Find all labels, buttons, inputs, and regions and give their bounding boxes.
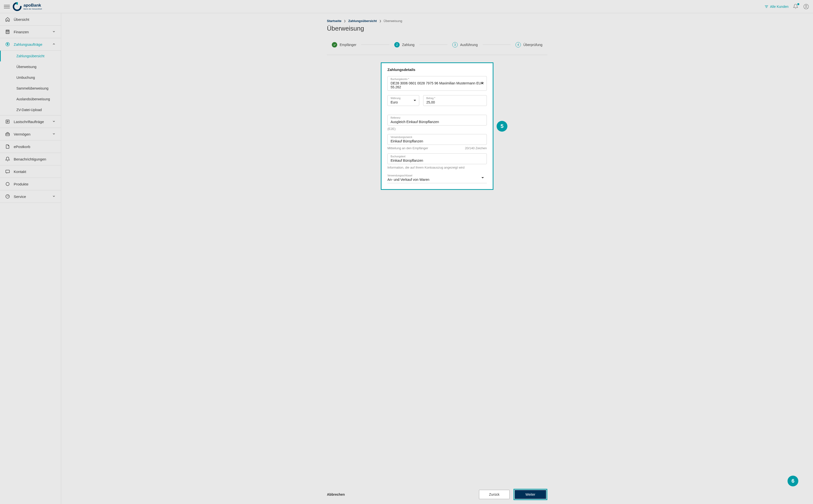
purpose-input[interactable] <box>391 139 484 144</box>
step-circle-done <box>332 42 337 47</box>
callout-badge-6: 6 <box>788 476 798 486</box>
notification-badge <box>797 3 799 5</box>
purpose-helper: Mitteilung an den Empfänger 20/140 Zeich… <box>387 146 487 150</box>
currency-select[interactable]: Währung Euro <box>387 95 419 106</box>
nav-service[interactable]: Service <box>0 190 61 203</box>
sub-foreign-transfer[interactable]: Auslandsüberweisung <box>0 94 61 104</box>
step-label: Zahlung <box>402 43 415 47</box>
header: apoBank Bank der Gesundheit Alle Kunden <box>0 0 813 13</box>
nav-notifications[interactable]: Benachrichtigungen <box>0 153 61 165</box>
logo-name: apoBank <box>23 3 42 8</box>
menu-toggle[interactable] <box>4 4 10 10</box>
gauge-icon <box>5 194 10 199</box>
chevron-right-icon: ❯ <box>379 20 381 22</box>
cancel-button[interactable]: Abbrechen <box>327 493 345 496</box>
step-2: 2 Zahlung <box>389 42 419 47</box>
next-button-highlight: Weiter <box>513 489 547 500</box>
chevron-down-icon <box>52 30 56 34</box>
purpose-key-select[interactable]: Verwendungsschlüssel An- und Verkauf von… <box>387 173 487 183</box>
step-circle-active: 2 <box>394 42 400 47</box>
circle-icon <box>5 181 10 187</box>
step-label: Überprüfung <box>523 43 542 47</box>
nav-products[interactable]: Produkte <box>0 178 61 190</box>
amount-field[interactable]: Betrag * <box>423 95 487 106</box>
list-icon <box>5 119 10 124</box>
sidebar: Übersicht Finanzen Zahlungsaufträge Zahl… <box>0 13 61 504</box>
nav-epostbox[interactable]: ePostkorb <box>0 140 61 153</box>
profile-icon[interactable] <box>803 4 809 10</box>
sub-file-upload[interactable]: ZV-Datei-Upload <box>0 104 61 115</box>
nav-label: Service <box>14 195 52 199</box>
step-3: 3 Ausführung <box>447 42 483 47</box>
nav-label: Kontakt <box>14 170 56 174</box>
bookingtext-helper: Information, die auf Ihrem Kontoauszug a… <box>387 166 487 169</box>
next-button[interactable]: Weiter <box>515 490 546 499</box>
logo-tagline: Bank der Gesundheit <box>23 8 42 10</box>
amount-input[interactable] <box>426 100 484 105</box>
nav-contact[interactable]: Kontakt <box>0 165 61 178</box>
bookingtext-field[interactable]: Buchungstext <box>387 153 487 164</box>
step-1: Empfänger <box>327 42 361 47</box>
reference-input[interactable] <box>391 119 484 124</box>
notifications-icon[interactable] <box>793 4 799 10</box>
nav-overview[interactable]: Übersicht <box>0 13 61 26</box>
logo[interactable]: apoBank Bank der Gesundheit <box>13 2 42 11</box>
field-label: Betrag * <box>426 97 484 100</box>
breadcrumb-overview[interactable]: Zahlungsübersicht <box>348 19 377 23</box>
dollar-circle-icon <box>5 42 10 47</box>
field-value: An- und Verkauf von Waren <box>387 177 484 182</box>
svg-point-2 <box>805 5 807 7</box>
payment-details-panel: 5 Zahlungsdetails Buchungskonto * DE28 3… <box>381 62 493 190</box>
filter-label: Alle Kunden <box>770 5 789 9</box>
divider <box>327 55 547 55</box>
page-title: Überweisung <box>327 25 547 32</box>
dropdown-icon <box>481 177 484 179</box>
stepper: Empfänger 2 Zahlung 3 Ausführung 4 Überp… <box>327 42 547 47</box>
document-icon <box>5 144 10 149</box>
step-circle-pending: 3 <box>452 42 458 47</box>
field-label: Buchungskonto * <box>391 78 484 80</box>
sub-rebooking[interactable]: Umbuchung <box>0 72 61 83</box>
purpose-field[interactable]: Verwendungszweck <box>387 134 487 145</box>
nav-label: Lastschriftaufträge <box>14 120 52 124</box>
nav-label: ePostkorb <box>14 145 56 149</box>
nav-finances[interactable]: Finanzen <box>0 26 61 38</box>
chevron-down-icon <box>52 195 56 198</box>
step-label: Empfänger <box>340 43 356 47</box>
svg-point-13 <box>6 182 9 185</box>
field-value: DE28 3006 0601 0028 7975 96 Maximilian M… <box>391 81 484 90</box>
logo-icon <box>13 2 22 11</box>
bookingtext-input[interactable] <box>391 158 484 163</box>
nav-wealth[interactable]: Vermögen <box>0 128 61 140</box>
nav-direct-debit[interactable]: Lastschriftaufträge <box>0 115 61 128</box>
chevron-up-icon <box>52 42 56 46</box>
field-label: Verwendungszweck <box>391 136 484 138</box>
field-label: Referenz <box>391 116 484 119</box>
panel-title: Zahlungsdetails <box>387 68 487 72</box>
sub-bulk-transfer[interactable]: Sammelüberweisung <box>0 83 61 94</box>
step-label: Ausführung <box>460 43 478 47</box>
reference-helper: (E2E) <box>387 127 487 131</box>
main-content: Startseite ❯ Zahlungsübersicht ❯ Überwei… <box>61 13 813 504</box>
booking-account-select[interactable]: Buchungskonto * DE28 3006 0601 0028 7975… <box>387 76 487 91</box>
svg-rect-4 <box>7 31 9 31</box>
char-counter: 20/140 Zeichen <box>465 146 487 150</box>
nav-payments[interactable]: Zahlungsaufträge <box>0 38 61 51</box>
nav-label: Produkte <box>14 182 56 186</box>
svg-rect-0 <box>16 2 18 5</box>
field-label: Währung <box>391 97 416 100</box>
sub-transfer[interactable]: Überweisung <box>0 61 61 72</box>
field-label: Verwendungsschlüssel <box>387 174 484 177</box>
breadcrumb-current: Überweisung <box>384 19 402 23</box>
chevron-down-icon <box>52 120 56 124</box>
nav-label: Zahlungsaufträge <box>14 42 52 46</box>
reference-field[interactable]: Referenz <box>387 115 487 126</box>
dropdown-icon <box>414 99 416 102</box>
back-button[interactable]: Zurück <box>479 490 510 499</box>
breadcrumb-home[interactable]: Startseite <box>327 19 341 23</box>
field-label: Buchungstext <box>391 155 484 158</box>
chat-icon <box>5 169 10 174</box>
customer-filter[interactable]: Alle Kunden <box>765 5 789 9</box>
sub-payment-overview[interactable]: Zahlungsübersicht <box>0 51 61 61</box>
step-4: 4 Überprüfung <box>510 42 547 47</box>
